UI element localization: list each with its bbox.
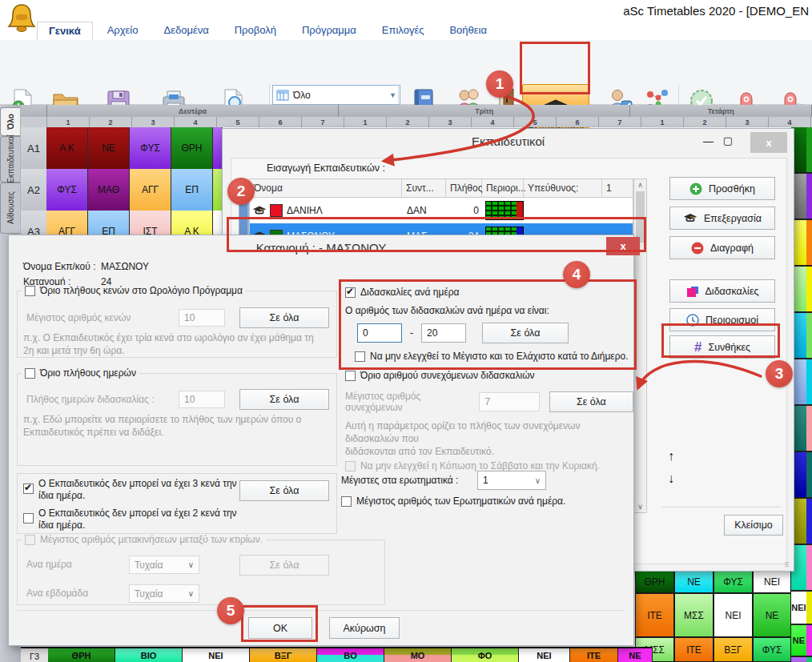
timetable-cell[interactable]: ΜΣΣ <box>674 593 714 637</box>
consecutive-apply-all-button[interactable]: Σε όλα <box>549 391 633 412</box>
edit-button[interactable]: Επεξεργασία <box>669 207 775 230</box>
timetable-cell[interactable]: ΝΕ <box>753 593 791 637</box>
per-day-note[interactable]: Να μην ελεγχθεί το Μέγιστο και το Ελάχισ… <box>355 351 632 362</box>
view-combobox[interactable]: Όλο ▼ <box>272 85 400 105</box>
weekend-note-checkbox[interactable] <box>345 461 356 471</box>
minimize-button[interactable]: — <box>703 135 714 147</box>
gap3-row[interactable]: Ο Εκπαιδευτικός δεν μπορεί να έχει 3 κεν… <box>23 478 247 502</box>
teacher-row-daniil[interactable]: ΔΑΝΙΗΛ ΔΑΝ 0 <box>250 198 633 223</box>
days-limit-caption[interactable]: Όριο πλήθους ημερών <box>22 367 139 379</box>
per-day-apply-all-button[interactable]: Σε όλα <box>482 323 569 343</box>
chevron-down-icon[interactable]: ∨ <box>535 476 541 485</box>
consecutive-caption[interactable]: Όριο αριθμού συνεχόμενων διδασκαλιών <box>345 370 633 381</box>
menu-tab-view[interactable]: Προβολή <box>223 22 287 40</box>
menu-tab-options[interactable]: Επιλογές <box>371 22 436 40</box>
close-dialog-button[interactable]: Κλείσιμο <box>724 515 783 536</box>
timetable-cell[interactable]: ΝΕΙ <box>519 647 570 662</box>
menu-tab-general[interactable]: Γενικά <box>37 22 93 40</box>
menu-tab-schedule[interactable]: Πρόγραμμα <box>291 22 368 40</box>
view-tab-all[interactable]: Όλο <box>0 107 20 136</box>
timetable-cell[interactable]: ΝΕ <box>618 647 653 662</box>
timetable-cell[interactable]: ΦΥΣ <box>791 657 806 662</box>
move-up-arrow[interactable]: ↑ <box>668 449 674 463</box>
cancel-button[interactable]: Ακύρωση <box>329 617 400 639</box>
per-day-caption[interactable]: Διδασκαλίες ανά ημέρα <box>345 287 632 298</box>
scroll-down-icon[interactable]: ∨ <box>634 501 646 512</box>
timetable-cell[interactable]: ΜΑΘ <box>88 169 130 211</box>
timetable-cell[interactable]: ΝΕΙ <box>791 592 806 625</box>
buildings-apply-all-button[interactable]: Σε όλα <box>239 555 329 576</box>
gap2-checkbox[interactable] <box>23 513 34 524</box>
menu-tab-file[interactable]: Αρχείο <box>96 22 150 40</box>
timetable-cell[interactable]: ΝΕΙ <box>183 647 250 662</box>
gap3-apply-all-button[interactable]: Σε όλα <box>239 480 329 501</box>
timetable-cell[interactable]: ΝΕΙ <box>753 571 791 593</box>
questions-checkbox-row[interactable]: Μέγιστος αριθμός των Ερωτηματικών ανά ημ… <box>341 495 565 507</box>
timetable-cell[interactable]: Α Κ <box>46 127 88 169</box>
scrollbar-thumb[interactable] <box>636 191 645 243</box>
timetable-cell[interactable]: ΕΠ <box>171 169 213 211</box>
maximize-button[interactable]: ▢ <box>723 134 733 146</box>
timetable-cell[interactable]: ΦΥΣ <box>753 637 791 662</box>
gaps-limit-caption[interactable]: Όριο πλήθους κενών στο Ωρολόγιο Πρόγραμμ… <box>22 285 246 296</box>
menu-tab-help[interactable]: Βοήθεια <box>438 22 498 40</box>
table-scrollbar[interactable]: ∧ ∨ <box>633 179 647 513</box>
view-tab-teachers[interactable]: Εκπαιδευτικοί <box>0 136 20 183</box>
gaps-limit-checkbox[interactable] <box>25 286 35 296</box>
timetable-cell[interactable]: ΜΟ <box>384 647 452 662</box>
ok-button[interactable]: OK <box>248 617 312 639</box>
timetable-cell[interactable]: ΦΥΣ <box>714 571 753 593</box>
column-header-short[interactable]: Συντ... <box>402 179 446 197</box>
column-header-extra[interactable]: 1 <box>602 179 617 197</box>
lessons-button[interactable]: Διδασκαλίες <box>669 279 775 303</box>
per-day-min-input[interactable]: 0 <box>357 323 402 343</box>
timetable-cell[interactable]: ΙΤΕ <box>570 647 618 662</box>
scroll-up-icon[interactable]: ∧ <box>634 179 646 191</box>
conditions-button[interactable]: # Συνθήκες <box>669 335 775 359</box>
timetable-cell[interactable]: ΙΤΕ <box>635 593 674 637</box>
restrictions-button[interactable]: Περιορισμοί <box>669 308 775 331</box>
timetable-cell[interactable]: ΙΤΕ <box>674 637 714 662</box>
column-header-restrictions[interactable]: Περιορι... <box>482 179 524 197</box>
timetable-cell[interactable]: ΦΟ <box>452 647 519 662</box>
column-header-responsible[interactable]: Υπεύθυνος: <box>524 179 602 197</box>
questions-checkbox[interactable] <box>341 496 352 507</box>
max-gaps-input[interactable]: 10 <box>179 309 225 327</box>
timetable-cell[interactable]: ΦΥΣ <box>130 127 171 169</box>
days-limit-checkbox[interactable] <box>25 368 35 379</box>
column-header-name[interactable]: Όνομα <box>250 179 402 197</box>
gap2-row[interactable]: Ο Εκπαιδευτικός δεν μπορεί να έχει 2 κεν… <box>23 508 247 532</box>
close-icon[interactable]: x <box>750 132 787 153</box>
buildings-checkbox[interactable] <box>25 535 35 545</box>
days-apply-all-button[interactable]: Σε όλα <box>239 389 329 410</box>
move-down-arrow[interactable]: ↓ <box>668 471 674 486</box>
timetable-cell[interactable]: ΝΕΙ <box>714 593 753 637</box>
timetable-cell[interactable]: ΒΙΟ <box>115 647 183 662</box>
questions-select[interactable]: 1 ∨ <box>477 471 546 490</box>
gap3-checkbox[interactable] <box>23 483 34 494</box>
resize-grip[interactable]: ⠿ <box>784 561 790 569</box>
per-day-max-input[interactable]: 20 <box>421 323 466 343</box>
add-button[interactable]: Προσθήκη <box>669 177 775 200</box>
timetable-cell[interactable]: ΘΡΗ <box>48 647 115 662</box>
close-icon[interactable]: x <box>606 237 640 255</box>
view-tab-rooms[interactable]: Αίθουσες <box>0 183 20 234</box>
max-consecutive-input[interactable]: 7 <box>479 392 539 411</box>
per-day-note-checkbox[interactable] <box>355 351 365 362</box>
column-header-count[interactable]: Πλήθος <box>446 179 482 197</box>
consecutive-checkbox[interactable] <box>345 371 356 381</box>
timetable-cell[interactable]: ΑΓΓ <box>130 169 171 211</box>
timetable-cell[interactable]: ΝΕ <box>674 571 714 593</box>
timetable-cell[interactable]: ΦΥΣ <box>46 169 88 211</box>
per-week-moves-select[interactable]: Τυχαία∨ <box>129 584 199 603</box>
timetable-cell[interactable]: ΘΡΗ <box>171 127 213 169</box>
timetable-cell[interactable]: ΘΡΗ <box>635 571 674 593</box>
timetable-cell[interactable]: ΒΟ <box>317 647 384 662</box>
days-count-input[interactable]: 10 <box>179 391 225 408</box>
timetable-cell[interactable]: ΒΞΓ <box>250 647 317 662</box>
delete-button[interactable]: Διαγραφή <box>669 236 775 259</box>
per-day-checkbox[interactable] <box>345 287 356 298</box>
gaps-apply-all-button[interactable]: Σε όλα <box>239 307 329 328</box>
timetable-cell[interactable]: ΝΕ <box>88 127 130 169</box>
timetable-cell[interactable]: ΒΞΓ <box>714 637 753 662</box>
